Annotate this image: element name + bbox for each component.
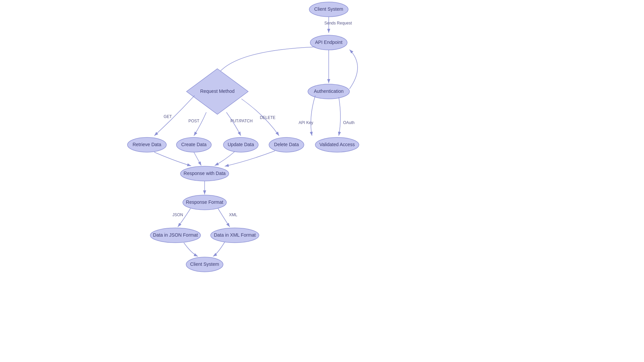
edge-label-put-patch: PUT/PATCH bbox=[230, 119, 253, 123]
client-system-top-label: Client System bbox=[314, 6, 343, 12]
edge-json-to-client bbox=[184, 243, 198, 256]
data-xml-label: Data in XML Format bbox=[214, 232, 256, 238]
create-data-label: Create Data bbox=[181, 142, 207, 147]
edge-label-xml: XML bbox=[229, 213, 237, 217]
response-with-data-label: Response with Data bbox=[183, 171, 226, 176]
edge-label-get: GET bbox=[164, 114, 172, 119]
response-format-label: Response Format bbox=[186, 199, 223, 205]
authentication-label: Authentication bbox=[314, 88, 344, 94]
edge-post bbox=[194, 112, 206, 136]
validated-access-label: Validated Access bbox=[319, 142, 355, 147]
data-json-label: Data in JSON Format bbox=[153, 232, 198, 238]
update-data-label: Update Data bbox=[228, 142, 254, 147]
edge-label-oauth: OAuth bbox=[343, 120, 355, 125]
edge-put-patch bbox=[226, 112, 241, 136]
edge-label-delete: DELETE bbox=[260, 115, 276, 120]
client-system-bottom-label: Client System bbox=[190, 261, 219, 267]
edge-retrieve-to-response bbox=[154, 152, 191, 166]
api-endpoint-label: API Endpoint bbox=[315, 40, 342, 45]
edge-create-to-response bbox=[194, 152, 201, 166]
flowchart-diagram: Client System Sends Request API Endpoint… bbox=[0, 0, 644, 362]
edge-label-json: JSON bbox=[172, 213, 183, 217]
edge-get bbox=[154, 96, 195, 136]
edge-format-to-json bbox=[178, 208, 191, 227]
edge-auth-loop bbox=[350, 50, 358, 89]
edge-xml-to-client bbox=[213, 242, 225, 256]
edge-auth-to-apikey bbox=[311, 96, 315, 136]
edge-label-sends-request: Sends Request bbox=[324, 21, 352, 25]
edge-label-post: POST bbox=[189, 119, 200, 123]
edge-label-api-key: API Key bbox=[299, 120, 313, 125]
edge-format-to-xml bbox=[218, 208, 230, 227]
delete-data-label: Delete Data bbox=[274, 142, 299, 147]
request-method-label: Request Method bbox=[200, 88, 235, 94]
edge-delete-to-response bbox=[225, 151, 275, 166]
edge-update-to-response bbox=[215, 152, 235, 166]
retrieve-data-label: Retrieve Data bbox=[132, 142, 161, 147]
edge-api-to-request-method bbox=[217, 47, 315, 75]
edge-auth-to-oauth bbox=[339, 97, 340, 136]
